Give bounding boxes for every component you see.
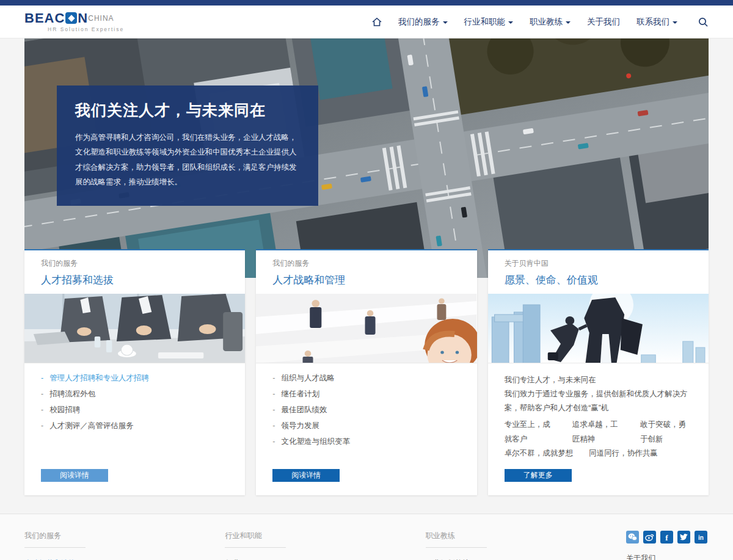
- card-eyebrow: 我们的服务: [41, 258, 228, 269]
- card-title-link[interactable]: 人才战略和管理: [272, 273, 460, 287]
- chevron-down-icon: [673, 21, 677, 24]
- footer-link-about[interactable]: 关于我们: [626, 553, 709, 560]
- read-more-button[interactable]: 阅读详情: [272, 469, 340, 482]
- list-item[interactable]: -招聘流程外包: [41, 389, 228, 399]
- card-link-list: -组织与人才战略 -继任者计划 -最佳团队绩效 -领导力发展 -文化塑造与组织变…: [272, 373, 460, 447]
- chevron-down-icon: [508, 21, 513, 24]
- svg-text:in: in: [698, 534, 704, 540]
- top-accent-bar: [0, 0, 733, 5]
- hero-overlay-panel: 我们关注人才，与未来同在 作为高管寻聘和人才咨询公司，我们在猎头业务，企业人才战…: [57, 85, 318, 206]
- card-image-climbing-businessmen: [488, 294, 709, 363]
- logo-suffix: CHINA: [88, 15, 114, 22]
- card-talent-strategy: 我们的服务 人才战略和管理: [256, 249, 476, 495]
- twitter-icon[interactable]: [677, 531, 690, 544]
- svg-text:f: f: [666, 533, 669, 542]
- header: BEAC N CHINA HR Solution Expertise 我们的服务…: [0, 5, 733, 38]
- list-item[interactable]: -最佳团队绩效: [272, 405, 460, 415]
- facebook-icon[interactable]: f: [660, 531, 673, 544]
- list-item[interactable]: -组织与人才战略: [272, 373, 460, 384]
- hero-banner: 我们关注人才，与未来同在 作为高管寻聘和人才咨询公司，我们在猎头业务，企业人才战…: [24, 38, 709, 278]
- read-more-button[interactable]: 阅读详情: [41, 469, 108, 482]
- nav-item-coaching[interactable]: 职业教练: [530, 16, 571, 27]
- weibo-icon[interactable]: [643, 531, 656, 544]
- footer-heading: 我们的服务: [24, 531, 86, 548]
- list-item[interactable]: -文化塑造与组织变革: [272, 437, 460, 447]
- footer-heading: 职业教练: [426, 531, 487, 548]
- footer-col-services: 我们的服务 人才招募和选拔 人才战略和管理: [24, 531, 225, 560]
- social-icons: f in: [626, 531, 709, 544]
- footer: 我们的服务 人才招募和选拔 人才战略和管理 行业和职能 行业 职能 职业教练 职…: [0, 514, 733, 560]
- search-icon[interactable]: [698, 16, 709, 27]
- footer-col-industries: 行业和职能 行业 职能: [225, 531, 425, 560]
- nav-item-about[interactable]: 关于我们: [587, 16, 620, 27]
- list-item[interactable]: -管理人才招聘和专业人才招聘: [41, 373, 228, 384]
- footer-col-coaching: 职业教练 职业规划教练 高管与领导力教练 任职过渡期辅导 裁员及再就业辅导: [426, 531, 626, 560]
- logo-tagline: HR Solution Expertise: [48, 27, 124, 32]
- logo-text-pre: BEAC: [24, 12, 65, 25]
- nav-item-services[interactable]: 我们的服务: [398, 16, 448, 27]
- hero-title: 我们关注人才，与未来同在: [75, 100, 300, 120]
- list-item[interactable]: -继任者计划: [272, 389, 460, 399]
- values-row: 专业至上，成就客户 追求卓越，工匠精神 敢于突破，勇于创新: [505, 418, 692, 446]
- card-image-standing-people: [256, 294, 476, 363]
- card-about-beacon: 关于贝肯中国 愿景、使命、价值观: [488, 249, 709, 495]
- about-intro-line: 我们专注人才，与未来同在: [505, 373, 692, 387]
- logo[interactable]: BEAC N CHINA HR Solution Expertise: [24, 12, 124, 32]
- list-item[interactable]: -人才测评／高管评估服务: [41, 421, 228, 431]
- learn-more-button[interactable]: 了解更多: [505, 469, 572, 482]
- card-link-list: -管理人才招聘和专业人才招聘 -招聘流程外包 -校园招聘 -人才测评／高管评估服…: [41, 373, 228, 431]
- feature-cards-row: 我们的服务 人才招募和选拔: [24, 249, 709, 495]
- wechat-icon[interactable]: [626, 531, 639, 544]
- card-recruitment: 我们的服务 人才招募和选拔: [24, 249, 245, 495]
- chevron-down-icon: [443, 21, 448, 24]
- card-image-business-meeting: [24, 294, 245, 363]
- about-intro-line: 我们致力于通过专业服务，提供创新和优质人才解决方案，帮助客户和人才创造“赢”机: [505, 387, 692, 415]
- hero-description: 作为高管寻聘和人才咨询公司，我们在猎头业务，企业人才战略，文化塑造和职业教练等领…: [75, 130, 300, 190]
- card-title-link[interactable]: 人才招募和选拔: [41, 273, 228, 287]
- nav-item-contact[interactable]: 联系我们: [636, 16, 677, 27]
- values-row: 卓尔不群，成就梦想 同道同行，协作共赢: [505, 446, 692, 460]
- card-title-link[interactable]: 愿景、使命、价值观: [505, 273, 692, 287]
- home-icon[interactable]: [372, 18, 382, 26]
- footer-right-block: f in 关于我们 联系我们 加入我们: [626, 531, 709, 560]
- logo-text-post: N: [78, 12, 88, 25]
- main-nav: 我们的服务 行业和职能 职业教练 关于我们 联系我们: [372, 16, 709, 27]
- footer-heading: 行业和职能: [225, 531, 286, 548]
- list-item[interactable]: -校园招聘: [41, 405, 228, 415]
- linkedin-icon[interactable]: in: [695, 531, 707, 544]
- chevron-down-icon: [566, 21, 571, 24]
- nav-item-industries[interactable]: 行业和职能: [464, 16, 514, 27]
- card-eyebrow: 关于贝肯中国: [505, 258, 692, 269]
- list-item[interactable]: -领导力发展: [272, 421, 460, 431]
- logo-o-diamond-icon: [65, 12, 77, 24]
- card-eyebrow: 我们的服务: [272, 258, 460, 269]
